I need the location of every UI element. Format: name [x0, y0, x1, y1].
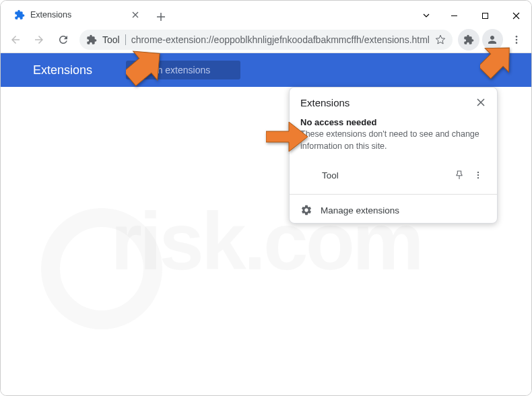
- svg-point-6: [477, 177, 479, 178]
- maximize-button[interactable]: [469, 5, 500, 26]
- content-area: risk.com Extensions No access needed The…: [1, 87, 531, 395]
- popup-title: Extensions: [300, 97, 350, 108]
- extension-name: Tool: [322, 170, 450, 180]
- extension-more-icon[interactable]: [469, 166, 488, 185]
- browser-toolbar: Tool chrome-extension://eoppoblkhnligjef…: [1, 26, 531, 53]
- popup-section: No access needed These extensions don't …: [290, 113, 497, 159]
- close-tab-icon[interactable]: [130, 9, 141, 20]
- manage-extensions-label: Manage extensions: [321, 205, 399, 216]
- svg-point-5: [477, 174, 479, 176]
- omnibox-url: chrome-extension://eoppoblkhnligjefnkood…: [131, 34, 430, 45]
- section-heading: No access needed: [300, 117, 486, 127]
- pin-icon[interactable]: [450, 166, 469, 185]
- profile-button[interactable]: [482, 29, 504, 51]
- extension-icon: [86, 34, 97, 45]
- svg-point-3: [516, 42, 518, 44]
- puzzle-icon: [14, 9, 25, 20]
- extensions-popup: Extensions No access needed These extens…: [289, 87, 498, 224]
- forward-button[interactable]: [29, 29, 51, 51]
- extensions-button[interactable]: [458, 29, 479, 51]
- bookmark-star-icon[interactable]: [435, 34, 446, 45]
- reload-button[interactable]: [53, 29, 74, 51]
- search-placeholder: Search extensions: [133, 65, 210, 75]
- back-button[interactable]: [5, 29, 26, 51]
- address-bar[interactable]: Tool chrome-extension://eoppoblkhnligjef…: [79, 30, 453, 50]
- divider: [290, 194, 497, 195]
- minimize-button[interactable]: [438, 5, 469, 26]
- omnibox-chip: Tool: [102, 34, 126, 45]
- window-titlebar: Extensions: [1, 1, 531, 26]
- popup-header: Extensions: [290, 88, 497, 113]
- svg-rect-0: [482, 13, 488, 18]
- kebab-menu-button[interactable]: [506, 29, 527, 51]
- tab-dropdown-button[interactable]: [414, 5, 438, 26]
- tab-title: Extensions: [30, 10, 130, 20]
- gear-icon: [300, 204, 312, 216]
- svg-point-1: [516, 36, 518, 38]
- manage-extensions-button[interactable]: Manage extensions: [290, 197, 497, 223]
- close-window-button[interactable]: [500, 5, 531, 26]
- window-controls: [414, 5, 531, 26]
- watermark-icon: [41, 208, 162, 329]
- page-title: Extensions: [33, 63, 92, 77]
- svg-point-2: [516, 38, 518, 40]
- new-tab-button[interactable]: [152, 7, 170, 26]
- page-header: Extensions Search extensions: [1, 53, 531, 87]
- extension-item[interactable]: Tool: [290, 159, 497, 191]
- search-extensions-input[interactable]: Search extensions: [126, 61, 240, 79]
- browser-tab[interactable]: Extensions: [6, 3, 147, 26]
- popup-close-icon[interactable]: [474, 96, 488, 109]
- section-description: These extensions don't need to see and c…: [300, 129, 486, 152]
- svg-point-4: [477, 172, 479, 173]
